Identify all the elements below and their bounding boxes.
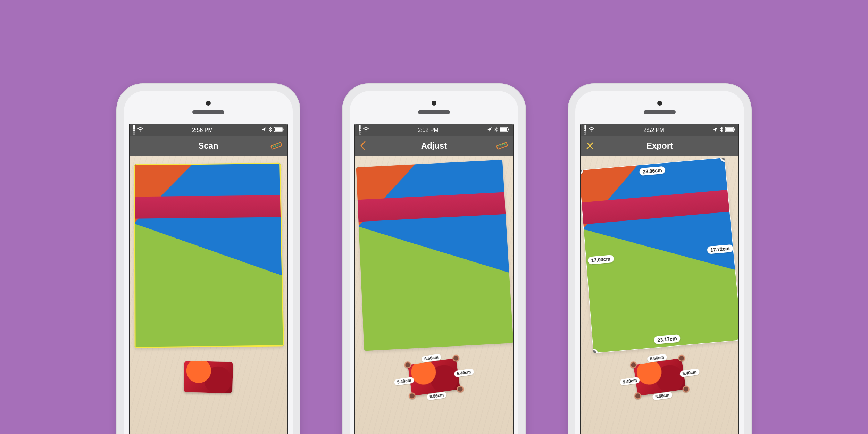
svg-line-13 (500, 144, 501, 147)
measure-label: 5.40cm (394, 377, 415, 386)
drag-handle[interactable] (408, 392, 416, 400)
front-camera-icon (206, 101, 211, 106)
drag-handle[interactable] (404, 361, 412, 369)
phone-bezel (350, 91, 518, 124)
bluetooth-icon (494, 127, 498, 134)
measure-label: 5.40cm (620, 377, 640, 386)
location-icon (261, 127, 266, 133)
measure-label: 8.56cm (421, 354, 442, 363)
status-time: 2:52 PM (643, 127, 664, 133)
status-bar: 2:52 PM (355, 124, 513, 136)
export-view[interactable]: 23.06cm 17.72cm 23.17cm 17.03cm 8.56cm 5… (581, 156, 738, 434)
drag-handle[interactable] (682, 385, 690, 393)
svg-rect-10 (508, 129, 509, 131)
reference-card (184, 361, 233, 393)
svg-line-12 (499, 145, 499, 147)
svg-line-4 (273, 145, 274, 147)
wifi-icon (363, 127, 369, 133)
location-icon (713, 127, 718, 133)
scan-subject[interactable]: 23.06cm 17.72cm 23.17cm 17.03cm (581, 158, 738, 353)
phone-export: 2:52 PM (568, 83, 752, 434)
scan-subject (134, 163, 284, 348)
phone-bezel (575, 91, 744, 124)
battery-icon (725, 127, 735, 133)
status-bar: 2:56 PM (130, 124, 287, 136)
close-button[interactable] (586, 142, 594, 150)
nav-bar: Adjust (355, 136, 513, 156)
speaker-icon (192, 110, 224, 114)
front-camera-icon (657, 101, 662, 106)
svg-rect-18 (734, 129, 735, 131)
svg-rect-17 (726, 128, 733, 131)
status-time: 2:56 PM (192, 127, 213, 133)
svg-rect-1 (275, 128, 282, 131)
back-button[interactable] (360, 141, 366, 151)
drag-handle[interactable] (634, 392, 642, 400)
battery-icon (274, 127, 284, 133)
svg-line-15 (504, 143, 505, 145)
nav-title: Adjust (421, 141, 447, 151)
svg-line-7 (279, 143, 279, 145)
wifi-icon (589, 127, 595, 133)
measure-label: 8.56cm (426, 392, 447, 401)
nav-title: Export (646, 141, 673, 151)
bluetooth-icon (268, 127, 272, 134)
ruler-button[interactable] (496, 141, 508, 150)
status-bar: 2:52 PM (581, 124, 738, 136)
adjust-view[interactable]: 8.56cm 5.40cm 8.56cm 5.40cm (355, 156, 513, 434)
phone-scan: 2:56 PM (116, 83, 300, 434)
svg-rect-2 (283, 129, 284, 131)
drag-handle[interactable] (456, 385, 464, 393)
nav-title: Scan (198, 141, 218, 151)
status-time: 2:52 PM (418, 127, 439, 133)
signal-icon (584, 125, 586, 135)
svg-line-14 (502, 144, 503, 146)
svg-line-6 (277, 144, 277, 146)
measure-label: 8.56cm (647, 354, 667, 363)
nav-bar: Scan (130, 136, 287, 156)
nav-bar: Export (581, 136, 738, 156)
svg-rect-3 (271, 142, 282, 149)
ruler-button[interactable] (270, 141, 282, 150)
svg-line-5 (275, 144, 275, 147)
signal-icon (359, 125, 361, 135)
measure-label: 5.40cm (679, 368, 700, 377)
wifi-icon (137, 127, 143, 133)
measure-label: 8.56cm (652, 392, 673, 401)
measure-label: 5.40cm (454, 368, 474, 377)
battery-icon (500, 127, 509, 133)
camera-view[interactable] (130, 156, 287, 434)
svg-rect-9 (500, 128, 507, 131)
phone-bezel (124, 91, 293, 124)
scan-subject (356, 160, 513, 351)
location-icon (487, 127, 492, 133)
signal-icon (133, 125, 135, 135)
drag-handle[interactable] (452, 354, 460, 362)
reference-card[interactable]: 8.56cm 5.40cm 8.56cm 5.40cm (408, 358, 460, 396)
speaker-icon (418, 110, 450, 114)
drag-handle[interactable] (629, 361, 637, 369)
svg-rect-11 (496, 142, 508, 149)
bluetooth-icon (720, 127, 723, 134)
speaker-icon (644, 110, 676, 114)
phone-adjust: 2:52 PM (342, 83, 526, 434)
reference-card[interactable]: 8.56cm 5.40cm 8.56cm 5.40cm (633, 358, 686, 396)
front-camera-icon (432, 101, 436, 106)
drag-handle[interactable] (678, 354, 686, 362)
